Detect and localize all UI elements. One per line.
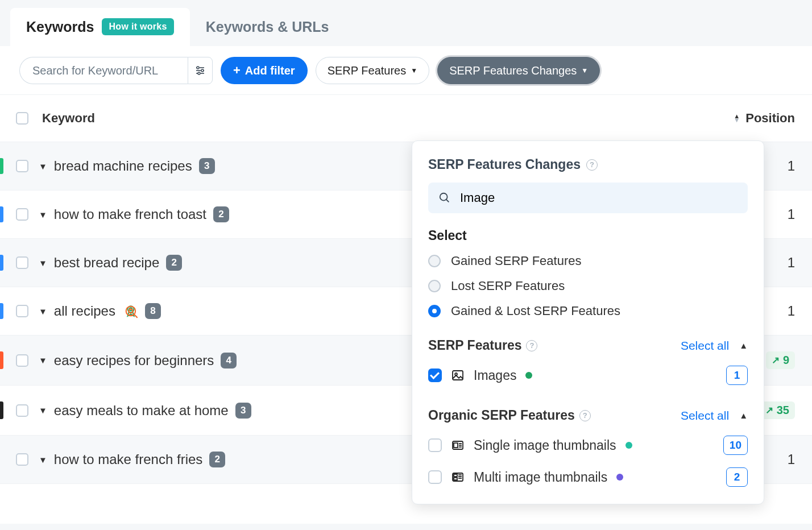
keyword-text: easy recipes for beginners bbox=[54, 353, 214, 368]
checkbox[interactable] bbox=[428, 438, 442, 452]
radio-both[interactable]: Gained & Lost SERP Features bbox=[428, 304, 748, 318]
image-icon bbox=[451, 368, 465, 382]
row-checkbox[interactable] bbox=[16, 208, 28, 221]
svg-rect-25 bbox=[454, 478, 457, 480]
chevron-down-icon[interactable]: ▼ bbox=[39, 455, 47, 465]
tab-keywords-urls-label: Keywords & URLs bbox=[206, 19, 329, 35]
chevron-up-icon[interactable]: ▲ bbox=[739, 341, 748, 350]
keyword-text: best bread recipe bbox=[54, 255, 159, 271]
checkbox[interactable] bbox=[428, 368, 442, 382]
position-value: 1 bbox=[788, 452, 795, 467]
arrow-up-icon: ↗ bbox=[772, 354, 780, 366]
svg-rect-24 bbox=[454, 474, 457, 477]
search-group bbox=[19, 57, 213, 84]
select-all-checkbox[interactable] bbox=[16, 112, 28, 125]
info-icon[interactable]: ? bbox=[526, 340, 537, 351]
radio-icon bbox=[428, 280, 441, 292]
svg-rect-16 bbox=[453, 371, 463, 380]
count-chip: 2 bbox=[166, 255, 182, 271]
tab-keywords-urls[interactable]: Keywords & URLs bbox=[190, 8, 345, 47]
checkbox[interactable] bbox=[428, 470, 442, 484]
keyword-text: easy meals to make at home bbox=[54, 403, 229, 419]
svg-point-14 bbox=[440, 193, 448, 201]
multi-thumbnail-icon bbox=[451, 470, 465, 484]
panel-search[interactable] bbox=[428, 183, 748, 213]
info-icon[interactable]: ? bbox=[586, 159, 598, 171]
chevron-down-icon[interactable]: ▼ bbox=[39, 210, 47, 220]
svg-rect-19 bbox=[454, 443, 458, 448]
count-chip: 2 bbox=[213, 206, 229, 222]
serp-changes-panel: SERP Features Changes ? Select Gained SE… bbox=[412, 140, 764, 504]
serp-features-dropdown[interactable]: SERP Features ▼ bbox=[316, 57, 429, 84]
radio-icon bbox=[428, 255, 441, 267]
trend-badge: ↗9 bbox=[766, 351, 795, 369]
plus-icon: + bbox=[233, 64, 241, 77]
tab-keywords-label: Keywords bbox=[26, 19, 94, 35]
select-all-link[interactable]: Select all bbox=[681, 339, 729, 353]
main-panel: + Add filter SERP Features ▼ SERP Featur… bbox=[0, 46, 812, 524]
svg-point-6 bbox=[198, 72, 200, 74]
award-icon bbox=[123, 304, 138, 318]
keyword-text: how to make french toast bbox=[54, 206, 206, 222]
row-checkbox[interactable] bbox=[16, 305, 28, 317]
svg-line-15 bbox=[446, 200, 449, 202]
keyword-text: how to make french fries bbox=[54, 452, 202, 467]
position-value: 1 bbox=[788, 303, 795, 319]
th-position[interactable]: ▲▼ Position bbox=[704, 111, 812, 126]
svg-line-13 bbox=[134, 314, 138, 318]
keyword-icons bbox=[123, 304, 138, 318]
feature-images[interactable]: Images 1 bbox=[428, 366, 748, 385]
row-checkbox[interactable] bbox=[16, 453, 28, 466]
add-filter-button[interactable]: + Add filter bbox=[221, 57, 308, 84]
tab-keywords[interactable]: Keywords How it works bbox=[10, 8, 190, 47]
count-box: 1 bbox=[726, 366, 748, 385]
chevron-down-icon[interactable]: ▼ bbox=[39, 405, 47, 415]
row-checkbox[interactable] bbox=[16, 160, 28, 172]
info-icon[interactable]: ? bbox=[579, 410, 591, 421]
keyword-text: all recipes bbox=[54, 303, 115, 319]
trend-badge: ↗35 bbox=[760, 401, 795, 419]
feature-single-thumb[interactable]: Single image thumbnails 10 bbox=[428, 436, 748, 455]
panel-title: SERP Features Changes ? bbox=[428, 157, 748, 172]
count-chip: 4 bbox=[221, 353, 237, 368]
chevron-down-icon[interactable]: ▼ bbox=[39, 258, 47, 268]
search-icon bbox=[438, 192, 451, 204]
svg-point-3 bbox=[201, 69, 204, 72]
position-value: 1 bbox=[788, 206, 795, 222]
row-accent bbox=[0, 255, 3, 271]
keyword-text: bread machine recipes bbox=[54, 158, 192, 174]
count-chip: 3 bbox=[235, 403, 251, 419]
organic-subhead: Organic SERP Features? Select all ▲ bbox=[428, 408, 748, 423]
thumbnail-icon bbox=[451, 438, 465, 452]
search-settings-button[interactable] bbox=[188, 57, 213, 84]
chevron-down-icon[interactable]: ▼ bbox=[39, 307, 47, 316]
add-filter-label: Add filter bbox=[245, 64, 295, 77]
badge-how-it-works[interactable]: How it works bbox=[102, 18, 173, 35]
chevron-up-icon[interactable]: ▲ bbox=[739, 411, 748, 420]
th-keyword[interactable]: Keyword bbox=[42, 111, 704, 126]
status-dot bbox=[625, 442, 632, 449]
search-input[interactable] bbox=[19, 57, 188, 84]
row-checkbox[interactable] bbox=[16, 256, 28, 269]
radio-icon bbox=[428, 305, 441, 317]
select-all-link[interactable]: Select all bbox=[681, 409, 729, 423]
row-checkbox[interactable] bbox=[16, 404, 28, 417]
serp-features-changes-dropdown[interactable]: SERP Features Changes ▼ bbox=[437, 57, 600, 84]
table-header: Keyword ▲▼ Position bbox=[0, 95, 812, 142]
row-accent bbox=[0, 303, 3, 319]
row-accent bbox=[0, 351, 3, 369]
chevron-down-icon[interactable]: ▼ bbox=[39, 162, 47, 171]
row-checkbox[interactable] bbox=[16, 354, 28, 367]
row-accent bbox=[0, 158, 3, 174]
status-dot bbox=[525, 372, 532, 379]
chevron-down-icon[interactable]: ▼ bbox=[39, 355, 47, 365]
select-label: Select bbox=[428, 228, 748, 243]
count-chip: 2 bbox=[209, 452, 225, 467]
toolbar: + Add filter SERP Features ▼ SERP Featur… bbox=[0, 47, 812, 95]
feature-multi-thumb[interactable]: Multi image thumbnails 2 bbox=[428, 467, 748, 487]
panel-search-input[interactable] bbox=[459, 190, 738, 206]
row-accent bbox=[0, 401, 3, 419]
radio-gained[interactable]: Gained SERP Features bbox=[428, 254, 748, 268]
count-chip: 8 bbox=[145, 303, 161, 319]
radio-lost[interactable]: Lost SERP Features bbox=[428, 279, 748, 293]
